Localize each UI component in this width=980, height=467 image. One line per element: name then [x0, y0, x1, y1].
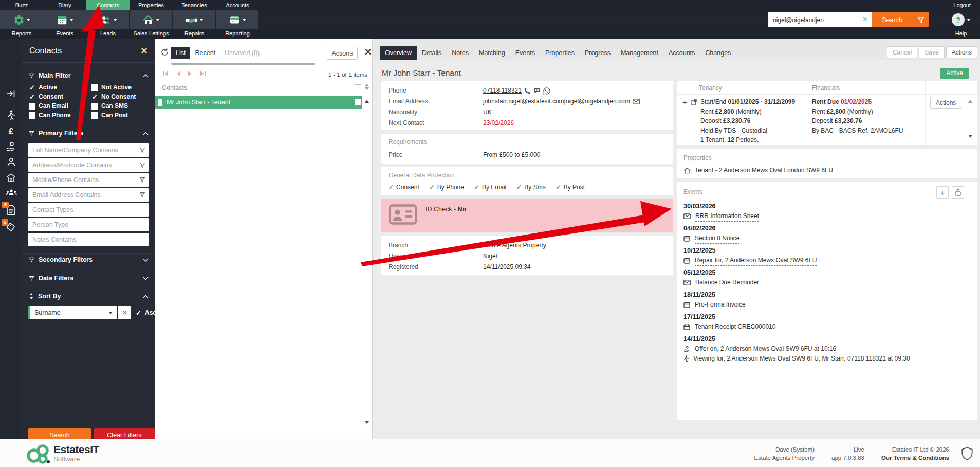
external-link-icon[interactable]	[691, 99, 697, 105]
id-check-link[interactable]: ID Check - No	[426, 206, 466, 213]
tab-details[interactable]: Details	[417, 46, 447, 60]
sales-lettings-label[interactable]: Sales Lettings	[130, 29, 173, 39]
sort-asc-checkbox[interactable]: ✓Asc	[135, 309, 156, 316]
close-list-icon[interactable]: ✕	[364, 46, 373, 58]
cancel-button[interactable]: Cancel	[887, 46, 917, 58]
whatsapp-icon[interactable]	[543, 87, 550, 95]
logout-button[interactable]: Logout	[944, 0, 980, 10]
funnel-icon[interactable]	[139, 177, 145, 183]
column-sort-icons[interactable]	[365, 84, 369, 90]
nav-item-contacts[interactable]: Contacts	[86, 0, 130, 10]
contact-row[interactable]: Mr John Starr - Tenant	[155, 96, 362, 109]
checkbox-can-post[interactable]: Can Post	[91, 112, 128, 119]
nav-item-diary[interactable]: Diary	[43, 0, 86, 10]
funnel-icon[interactable]	[139, 147, 145, 153]
sort-field-select[interactable]: Surname	[28, 306, 117, 319]
repairs-tool-button[interactable]	[173, 10, 215, 29]
scroll-down-icon[interactable]	[364, 421, 369, 424]
search-input[interactable]	[768, 12, 872, 27]
tab-overview[interactable]: Overview	[380, 46, 417, 60]
event-link[interactable]: RRR Information Sheet	[695, 211, 759, 222]
email-link[interactable]: johnstarr.nigel@estatesit.com|nigel@nige…	[483, 96, 630, 107]
checkbox-can-phone[interactable]: Can Phone	[29, 112, 71, 119]
phone-link[interactable]: 07118 118321	[483, 85, 522, 96]
unlock-icon[interactable]	[952, 186, 964, 199]
reports-tool-button[interactable]	[0, 10, 43, 29]
tab-accounts[interactable]: Accounts	[663, 46, 700, 60]
property-link[interactable]: Tenant - 2 Anderson Mews Oval London SW9…	[695, 167, 833, 174]
nav-item-accounts[interactable]: Accounts	[216, 0, 259, 10]
next-page-icon[interactable]	[188, 70, 193, 77]
person-type-input[interactable]	[28, 218, 149, 231]
scroll-down-icon[interactable]	[968, 135, 972, 138]
envelope-icon[interactable]	[633, 99, 640, 104]
clear-search-icon[interactable]: ✕	[862, 15, 868, 23]
reporting-label[interactable]: Reporting	[216, 29, 259, 39]
notes-filter-input[interactable]	[28, 233, 149, 246]
list-actions-button[interactable]: Actions	[327, 47, 358, 60]
main-filter-header[interactable]: Main Filter	[22, 69, 155, 82]
sms-icon[interactable]	[533, 87, 541, 94]
secondary-filters-header[interactable]: Secondary Filters	[22, 253, 155, 266]
tab-matching[interactable]: Matching	[474, 46, 510, 60]
mobile-filter-input[interactable]	[28, 173, 149, 187]
tenancy-actions-button[interactable]: Actions	[930, 97, 961, 109]
clear-sort-button[interactable]: ✕	[118, 306, 131, 319]
event-link[interactable]: Pro-Forma Invoice	[695, 300, 746, 310]
last-page-icon[interactable]	[199, 70, 206, 77]
tab-unsaved[interactable]: Unsaved (0)	[220, 47, 264, 59]
prev-page-icon[interactable]	[176, 70, 181, 77]
save-button[interactable]: Save	[919, 46, 944, 58]
close-panel-icon[interactable]: ✕	[140, 45, 148, 57]
viewings-walker-icon[interactable]	[0, 110, 22, 120]
add-event-button[interactable]: +	[936, 186, 949, 199]
event-link[interactable]: Offer on, 2 Anderson Mews Oval SW9 6FU a…	[695, 344, 836, 354]
refresh-icon[interactable]	[160, 48, 169, 57]
date-filters-header[interactable]: Date Filters	[22, 272, 155, 284]
horizontal-scrollbar[interactable]	[171, 63, 315, 65]
fullname-filter-input[interactable]	[28, 143, 149, 157]
help-label[interactable]: Help	[946, 29, 976, 38]
checkbox-no-consent[interactable]: ✓No Consent	[91, 93, 136, 100]
funnel-icon[interactable]	[139, 162, 145, 168]
nav-item-buzz[interactable]: Buzz	[0, 0, 43, 10]
tab-progress[interactable]: Progress	[580, 46, 616, 60]
documents-icon[interactable]: 6	[0, 205, 22, 215]
tab-changes[interactable]: Changes	[700, 46, 736, 60]
event-link[interactable]: Section 8 Notice	[695, 233, 739, 244]
phone-icon[interactable]	[524, 87, 531, 94]
event-link[interactable]: Balance Due Reminder	[695, 278, 759, 288]
select-all-checkbox[interactable]	[355, 84, 361, 91]
nav-item-tenancies[interactable]: Tenancies	[173, 0, 216, 10]
tab-recent[interactable]: Recent	[190, 47, 220, 59]
tab-notes[interactable]: Notes	[447, 46, 474, 60]
person-icon[interactable]	[0, 157, 22, 167]
shield-icon[interactable]	[960, 446, 974, 461]
tags-icon[interactable]: 5	[0, 222, 22, 232]
checkbox-can-sms[interactable]: Can SMS	[91, 102, 128, 110]
address-filter-input[interactable]	[28, 158, 149, 172]
events-label[interactable]: Events	[43, 29, 86, 39]
primary-filters-header[interactable]: Primary Filters	[22, 127, 155, 139]
events-tool-button[interactable]	[43, 10, 86, 29]
help-button[interactable]: ?	[946, 12, 976, 28]
reports-label[interactable]: Reports	[0, 29, 43, 39]
add-tenancy-icon[interactable]: +	[682, 98, 687, 106]
collapse-panel-icon[interactable]	[0, 89, 22, 98]
tab-events[interactable]: Events	[510, 46, 540, 60]
hand-money-icon[interactable]	[0, 142, 22, 151]
contact-types-input[interactable]	[28, 203, 149, 217]
sales-lettings-tool-button[interactable]	[130, 10, 172, 29]
people-group-icon[interactable]	[0, 188, 22, 197]
checkbox-active[interactable]: ✓Active	[29, 84, 57, 91]
terms-link[interactable]: Our Terms & Conditions	[881, 454, 949, 462]
search-button[interactable]: Search	[872, 12, 913, 27]
checkbox-can-email[interactable]: Can Email	[29, 102, 68, 110]
tab-properties[interactable]: Properties	[540, 46, 580, 60]
nav-item-properties[interactable]: Properties	[130, 0, 173, 10]
detail-actions-button[interactable]: Actions	[946, 46, 977, 58]
event-link[interactable]: Repair for, 2 Anderson Mews Oval SW9 6FU	[695, 256, 817, 266]
checkbox-consent[interactable]: ✓Consent	[29, 93, 63, 100]
home-rail-icon[interactable]	[0, 173, 22, 182]
event-link[interactable]: Viewing for, 2 Anderson Mews Oval SW9 6F…	[693, 354, 910, 364]
